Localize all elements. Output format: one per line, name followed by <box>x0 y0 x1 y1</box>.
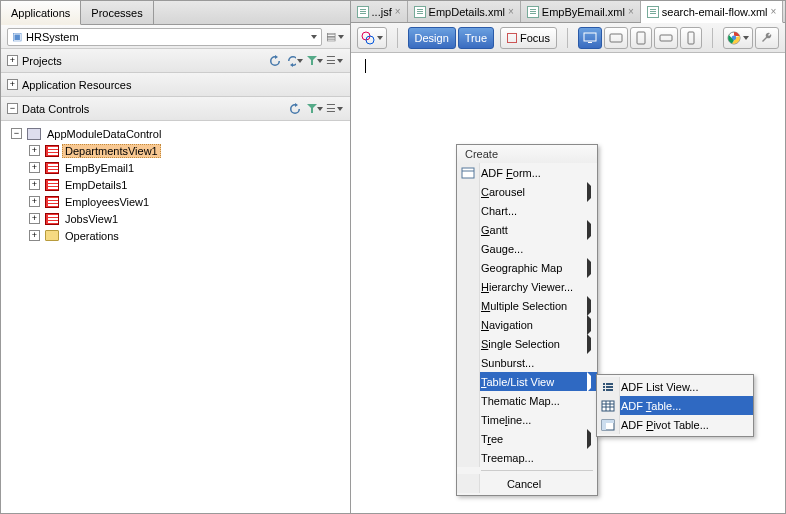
menu-item[interactable]: Gantt <box>457 220 597 239</box>
close-icon[interactable]: × <box>508 6 514 17</box>
close-icon[interactable]: × <box>771 6 777 17</box>
device-phone-h-button[interactable] <box>654 27 678 49</box>
submenu-item[interactable]: ADF Table... <box>597 396 753 415</box>
tablet-icon <box>609 33 623 43</box>
device-tablet-h-button[interactable] <box>604 27 628 49</box>
view-object-icon <box>44 144 60 158</box>
menu-label: Carousel <box>481 186 525 198</box>
collapse-icon[interactable]: − <box>7 103 18 114</box>
close-icon[interactable]: × <box>395 6 401 17</box>
cube-icon: ▣ <box>12 30 22 43</box>
expand-icon[interactable]: + <box>29 213 40 224</box>
tree-node-root[interactable]: − AppModuleDataControl <box>1 125 350 142</box>
resources-section[interactable]: + Application Resources <box>1 73 350 97</box>
expand-icon[interactable]: + <box>29 145 40 156</box>
menu-item-cancel[interactable]: Cancel <box>457 474 597 493</box>
menu-item[interactable]: Geographic Map <box>457 258 597 277</box>
refresh-button[interactable] <box>266 52 284 70</box>
design-button[interactable]: Design <box>408 27 456 49</box>
menu-label: ADF Table... <box>621 400 681 412</box>
pivot-icon <box>600 417 616 432</box>
application-combo[interactable]: ▣ HRSystem <box>7 28 322 46</box>
tree-node[interactable]: +Operations <box>1 227 350 244</box>
document-icon <box>357 6 369 18</box>
tree-node[interactable]: +DepartmentsView1 <box>1 142 350 159</box>
separator <box>397 28 398 48</box>
browser-preview-button[interactable] <box>723 27 753 49</box>
menu-label: Sunburst... <box>481 357 534 369</box>
menu-label: Tree <box>481 433 503 445</box>
menu-item[interactable]: Carousel <box>457 182 597 201</box>
tab-label: ...jsf <box>372 6 392 18</box>
editor-tab[interactable]: search-email-flow.xml× <box>641 1 784 23</box>
expand-icon[interactable]: + <box>29 162 40 173</box>
device-tablet-v-button[interactable] <box>630 27 652 49</box>
close-icon[interactable]: × <box>628 6 634 17</box>
expand-icon[interactable]: + <box>29 196 40 207</box>
tree-node[interactable]: +EmpByEmail1 <box>1 159 350 176</box>
refresh2-button[interactable] <box>286 52 304 70</box>
expand-icon[interactable]: + <box>29 179 40 190</box>
button-label: Focus <box>520 32 550 44</box>
menu-item[interactable]: ADF Form... <box>457 163 597 182</box>
editor-tab[interactable]: EmpDetails.xml× <box>408 1 521 22</box>
focus-button[interactable]: Focus <box>500 27 557 49</box>
expand-icon[interactable]: + <box>7 55 18 66</box>
menu-item[interactable]: Tree <box>457 429 597 448</box>
menu-item[interactable]: Gauge... <box>457 239 597 258</box>
device-phone-v-button[interactable] <box>680 27 702 49</box>
chevron-down-icon <box>377 36 383 40</box>
document-icon <box>647 6 659 18</box>
node-label: JobsView1 <box>62 212 121 226</box>
editor-tab[interactable]: ...jsf× <box>351 1 408 22</box>
expand-icon[interactable]: + <box>29 230 40 241</box>
table-submenu: ADF List View...ADF Table...ADF Pivot Ta… <box>596 374 754 437</box>
menu-item[interactable]: Chart... <box>457 201 597 220</box>
menu-item[interactable]: Multiple Selection <box>457 296 597 315</box>
menu-item[interactable]: Single Selection <box>457 334 597 353</box>
submenu-item[interactable]: ADF Pivot Table... <box>597 415 753 434</box>
device-previews <box>578 27 702 49</box>
menu-item[interactable]: Treemap... <box>457 448 597 467</box>
svg-rect-6 <box>660 35 672 41</box>
svg-rect-18 <box>602 401 614 411</box>
true-button[interactable]: True <box>458 27 494 49</box>
menu-label: Hierarchy Viewer... <box>481 281 573 293</box>
menu-item[interactable]: Navigation <box>457 315 597 334</box>
focus-icon <box>507 33 517 43</box>
submenu-arrow-icon <box>587 319 591 331</box>
filter-button[interactable] <box>306 52 324 70</box>
options-button[interactable]: ☰ <box>326 100 344 118</box>
tree-node[interactable]: +JobsView1 <box>1 210 350 227</box>
tab-processes[interactable]: Processes <box>81 1 153 24</box>
menu-label: Navigation <box>481 319 533 331</box>
projects-section[interactable]: + Projects ☰ <box>1 49 350 73</box>
tree-node[interactable]: +EmployeesView1 <box>1 193 350 210</box>
submenu-item[interactable]: ADF List View... <box>597 377 753 396</box>
collapse-icon[interactable]: − <box>11 128 22 139</box>
expand-icon[interactable]: + <box>7 79 18 90</box>
menu-item[interactable]: Sunburst... <box>457 353 597 372</box>
menu-item[interactable]: Hierarchy Viewer... <box>457 277 597 296</box>
tree-node[interactable]: +EmpDetails1 <box>1 176 350 193</box>
view-object-icon <box>44 178 60 192</box>
view-object-icon <box>44 212 60 226</box>
menu-item[interactable]: Table/List View <box>457 372 597 391</box>
editor-tab[interactable]: EmpByEmail.xml× <box>521 1 641 22</box>
chevron-down-icon <box>337 107 343 111</box>
device-desktop-button[interactable] <box>578 27 602 49</box>
options-button[interactable]: ☰ <box>326 52 344 70</box>
tab-applications[interactable]: Applications <box>1 1 81 25</box>
menu-item[interactable]: Thematic Map... <box>457 391 597 410</box>
folder-icon <box>44 229 60 243</box>
filter-button[interactable] <box>306 100 324 118</box>
refresh-button[interactable] <box>286 100 304 118</box>
data-controls-section[interactable]: − Data Controls ☰ <box>1 97 350 121</box>
app-menu-button[interactable]: ▤ <box>326 28 344 46</box>
menu-item[interactable]: Timeline... <box>457 410 597 429</box>
gesture-icon <box>361 31 375 45</box>
chevron-down-icon <box>317 107 323 111</box>
menu-label: Chart... <box>481 205 517 217</box>
settings-button[interactable] <box>755 27 779 49</box>
gestures-button[interactable] <box>357 27 387 49</box>
